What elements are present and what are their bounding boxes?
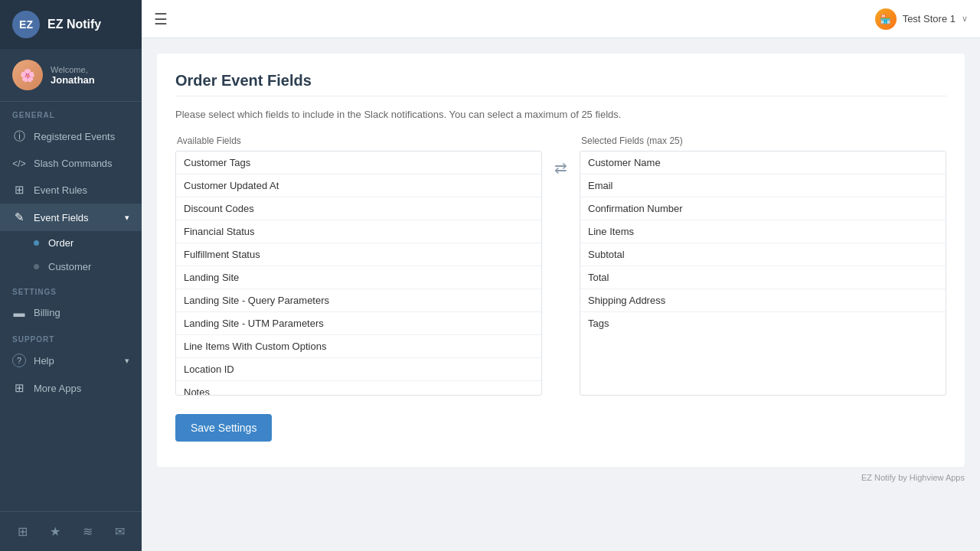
hamburger-menu-icon[interactable]: ☰: [154, 10, 168, 28]
available-field-item[interactable]: Landing Site - Query Parameters: [176, 289, 541, 312]
welcome-label: Welcome,: [51, 65, 95, 74]
sidebar-item-label: Event Fields: [34, 212, 89, 223]
divider: [175, 96, 946, 96]
store-name: Test Store 1: [903, 13, 956, 24]
available-field-item[interactable]: Financial Status: [176, 220, 541, 243]
sidebar-item-label: Billing: [34, 307, 60, 318]
available-field-item[interactable]: Discount Codes: [176, 197, 541, 220]
sidebar-logo[interactable]: EZ EZ Notify: [0, 0, 142, 49]
page-title: Order Event Fields: [175, 72, 946, 90]
username: Jonathan: [51, 74, 95, 86]
content-area: Order Event Fields Please select which f…: [142, 38, 980, 551]
selected-fields-list[interactable]: Customer NameEmailConfirmation NumberLin…: [580, 151, 946, 396]
sidebar-item-label: Registered Events: [34, 131, 115, 142]
topbar-right: 🏪 Test Store 1 ∨: [875, 8, 968, 30]
available-fields-column: Available Fields Customer TagsCustomer U…: [175, 135, 542, 396]
app-name: EZ Notify: [47, 18, 101, 31]
topbar: ☰ 🏪 Test Store 1 ∨: [142, 0, 980, 38]
selected-field-item[interactable]: Customer Name: [580, 152, 946, 174]
sidebar-item-help[interactable]: ? Help ▾: [0, 347, 142, 374]
apps-icon: ⊞: [12, 381, 26, 395]
available-field-item[interactable]: Customer Updated At: [176, 174, 541, 197]
transfer-controls: ⇄: [542, 158, 580, 177]
selected-field-item[interactable]: Confirmation Number: [580, 197, 946, 220]
sidebar-item-more-apps[interactable]: ⊞ More Apps: [0, 374, 142, 402]
avatar: 🌸: [12, 60, 43, 90]
main-area: ☰ 🏪 Test Store 1 ∨ Order Event Fields Pl…: [142, 0, 980, 551]
sidebar-sub-customer[interactable]: Customer: [0, 255, 142, 279]
fields-container: Available Fields Customer TagsCustomer U…: [175, 135, 946, 396]
info-icon: ⓘ: [12, 129, 26, 144]
sidebar-item-event-rules[interactable]: ⊞ Event Rules: [0, 176, 142, 204]
available-field-item[interactable]: Line Items With Custom Options: [176, 335, 541, 358]
billing-icon: ▬: [12, 306, 26, 319]
selected-fields-column: Selected Fields (max 25) Customer NameEm…: [580, 135, 946, 396]
edit-icon: ✎: [12, 210, 26, 224]
save-settings-button[interactable]: Save Settings: [175, 414, 272, 442]
available-field-item[interactable]: Notes: [176, 381, 541, 396]
sub-dot-order: [34, 240, 39, 246]
sidebar-item-label: More Apps: [34, 383, 81, 394]
sidebar-sub-label: Order: [48, 237, 74, 249]
sidebar-item-event-fields[interactable]: ✎ Event Fields ▾: [0, 204, 142, 231]
grid-icon: ⊞: [12, 183, 26, 197]
sidebar-sub-order[interactable]: Order: [0, 231, 142, 255]
selected-field-item[interactable]: Total: [580, 266, 946, 289]
general-section-label: GENERAL: [0, 102, 142, 122]
home-icon[interactable]: ⊞: [11, 521, 34, 542]
page-description: Please select which fields to include in…: [175, 109, 946, 120]
support-section-label: SUPPORT: [0, 326, 142, 347]
page-card: Order Event Fields Please select which f…: [157, 54, 965, 467]
star-icon[interactable]: ★: [44, 521, 67, 542]
selected-field-item[interactable]: Line Items: [580, 220, 946, 243]
available-field-item[interactable]: Customer Tags: [176, 152, 541, 174]
sidebar-sub-label: Customer: [48, 261, 91, 272]
transfer-icon[interactable]: ⇄: [554, 158, 567, 177]
store-icon: 🏪: [875, 8, 897, 30]
slash-icon: </>: [12, 158, 26, 169]
app-logo-icon: EZ: [12, 11, 40, 38]
sidebar-bottom-bar: ⊞ ★ ≋ ✉: [0, 511, 142, 551]
available-field-item[interactable]: Landing Site - UTM Parameters: [176, 312, 541, 335]
sidebar-item-label: Slash Commands: [34, 158, 113, 169]
sidebar-item-registered-events[interactable]: ⓘ Registered Events: [0, 122, 142, 151]
chevron-down-icon: ▾: [125, 356, 129, 366]
store-chevron-icon[interactable]: ∨: [962, 14, 968, 24]
sub-dot-customer: [34, 264, 39, 269]
sidebar: EZ EZ Notify 🌸 Welcome, Jonathan GENERAL…: [0, 0, 142, 551]
available-field-item[interactable]: Landing Site: [176, 266, 541, 289]
selected-field-item[interactable]: Tags: [580, 312, 946, 334]
sidebar-item-label: Help: [34, 355, 54, 367]
sidebar-user: 🌸 Welcome, Jonathan: [0, 49, 142, 102]
feed-icon[interactable]: ≋: [77, 521, 99, 542]
available-fields-list[interactable]: Customer TagsCustomer Updated AtDiscount…: [175, 151, 542, 396]
selected-field-item[interactable]: Email: [580, 174, 946, 197]
selected-field-item[interactable]: Subtotal: [580, 243, 946, 266]
footer-text: EZ Notify by Highview Apps: [157, 467, 965, 482]
sidebar-item-label: Event Rules: [34, 184, 87, 196]
settings-section-label: SETTINGS: [0, 279, 142, 299]
mail-icon[interactable]: ✉: [109, 521, 131, 542]
sidebar-item-billing[interactable]: ▬ Billing: [0, 299, 142, 326]
chevron-down-icon: ▾: [125, 213, 129, 223]
selected-fields-label: Selected Fields (max 25): [580, 135, 946, 146]
selected-field-item[interactable]: Shipping Address: [580, 289, 946, 312]
sidebar-item-slash-commands[interactable]: </> Slash Commands: [0, 151, 142, 176]
help-icon: ?: [12, 354, 26, 367]
available-field-item[interactable]: Location ID: [176, 358, 541, 381]
available-fields-label: Available Fields: [175, 135, 542, 146]
available-field-item[interactable]: Fulfillment Status: [176, 243, 541, 266]
